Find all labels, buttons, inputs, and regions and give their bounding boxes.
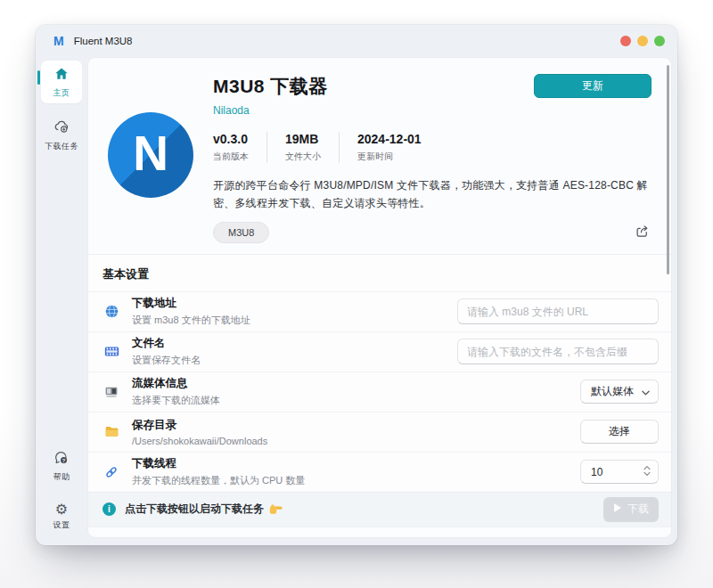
stepper-chevrons-icon[interactable]: [643, 465, 651, 479]
setting-row-save-directory: 保存目录 /Users/shokokawaii/Downloads 选择: [88, 412, 671, 452]
globe-icon: [102, 304, 120, 319]
setting-title: 文件名: [132, 336, 201, 351]
author-link[interactable]: Nilaoda: [213, 104, 652, 117]
app-info-section: 更新 N M3U8 下载器 Nilaoda v0.3.0 当前版本: [88, 58, 671, 254]
traffic-lights: [620, 36, 665, 46]
sidebar: 主页 下载任务: [36, 57, 87, 545]
stat-updated: 2024-12-01 更新时间: [339, 132, 439, 163]
film-icon: [102, 344, 120, 359]
media-stream-icon: [102, 385, 120, 399]
download-hint-bar: i 点击下载按钮以启动下载任务 下载: [88, 492, 671, 527]
setting-title: 保存目录: [132, 418, 267, 433]
filename-input[interactable]: [457, 339, 659, 364]
desktop-background: M Fluent M3U8 主页: [0, 0, 713, 588]
app-logo-large: N: [108, 112, 193, 243]
sidebar-item-settings[interactable]: ⚙ 设置: [41, 496, 82, 536]
app-window: M Fluent M3U8 主页: [36, 25, 677, 545]
media-select[interactable]: 默认媒体: [580, 380, 659, 404]
download-hint-text: 点击下载按钮以启动下载任务: [125, 502, 264, 517]
sidebar-item-download-tasks[interactable]: 下载任务: [41, 112, 82, 157]
setting-row-stream-info: 流媒体信息 选择要下载的流媒体 默认媒体: [88, 372, 671, 412]
gear-icon: ⚙: [55, 502, 68, 517]
media-select-value: 默认媒体: [591, 384, 634, 399]
info-icon: i: [102, 502, 116, 516]
setting-subtitle: 设置 m3u8 文件的下载地址: [132, 314, 250, 327]
section-title: 基本设置: [88, 255, 671, 291]
n-logo-icon: N: [108, 112, 193, 198]
sidebar-item-help[interactable]: ? 帮助: [41, 445, 82, 487]
thread-count-stepper[interactable]: 10: [580, 460, 659, 484]
content-panel: 更新 N M3U8 下载器 Nilaoda v0.3.0 当前版本: [87, 57, 672, 538]
choose-directory-button[interactable]: 选择: [580, 420, 659, 444]
title-bar[interactable]: M Fluent M3U8: [36, 25, 677, 57]
setting-row-threads: 下载线程 并发下载的线程数量，默认为 CPU 数量 10: [88, 452, 671, 492]
download-button-label: 下载: [627, 502, 649, 517]
close-button[interactable]: [620, 36, 631, 46]
app-description: 开源的跨平台命令行 M3U8/MPD/ISM 文件下载器，功能强大，支持普通 A…: [213, 176, 652, 213]
window-title: Fluent M3U8: [74, 36, 133, 46]
pointing-hand-icon: [269, 503, 283, 515]
home-icon: [53, 69, 70, 85]
setting-subtitle: 设置保存文件名: [132, 354, 201, 367]
share-button[interactable]: [633, 222, 652, 243]
folder-icon: [102, 424, 120, 439]
setting-row-download-url: 下载地址 设置 m3u8 文件的下载地址: [88, 291, 671, 331]
app-logo-icon: M: [53, 35, 64, 47]
sidebar-item-label: 主页: [41, 87, 82, 99]
sidebar-item-label: 帮助: [41, 471, 82, 483]
setting-title: 下载线程: [132, 456, 305, 471]
setting-row-filename: 文件名 设置保存文件名: [88, 331, 671, 372]
sidebar-item-label: 设置: [41, 519, 82, 531]
url-input[interactable]: [457, 298, 659, 324]
svg-text:?: ?: [62, 458, 66, 463]
basic-settings-section: 基本设置 下载地址 设置 m3u8 文件的下载地址: [88, 254, 671, 492]
play-icon: [613, 502, 622, 516]
setting-subtitle: 并发下载的线程数量，默认为 CPU 数量: [132, 474, 305, 487]
thread-count-value: 10: [591, 466, 602, 478]
help-bubble-icon: ?: [53, 453, 70, 469]
setting-subtitle: 选择要下载的流媒体: [132, 394, 220, 407]
setting-title: 下载地址: [132, 296, 250, 311]
setting-title: 流媒体信息: [132, 376, 220, 391]
app-stats: v0.3.0 当前版本 19MB 文件大小 2024-12-01 更新时间: [213, 132, 652, 163]
share-icon: [635, 224, 650, 241]
download-button[interactable]: 下载: [603, 497, 659, 522]
save-path: /Users/shokokawaii/Downloads: [132, 436, 267, 446]
stat-version: v0.3.0 当前版本: [213, 132, 266, 163]
stat-filesize: 19MB 文件大小: [266, 132, 339, 163]
thread-icon: [102, 465, 120, 479]
zoom-button[interactable]: [654, 36, 665, 46]
minimize-button[interactable]: [637, 36, 648, 46]
tag-m3u8[interactable]: M3U8: [213, 222, 269, 243]
update-button[interactable]: 更新: [534, 74, 652, 98]
chevron-down-icon: [642, 386, 650, 398]
cloud-download-icon: [53, 123, 70, 138]
sidebar-item-home[interactable]: 主页: [41, 61, 82, 103]
sidebar-item-label: 下载任务: [41, 141, 82, 152]
